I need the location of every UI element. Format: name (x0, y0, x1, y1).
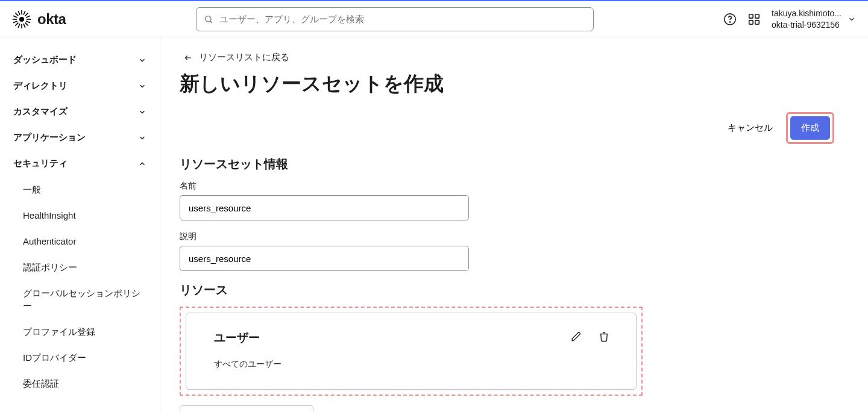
svg-point-20 (730, 22, 731, 22)
resource-card-title: ユーザー (214, 330, 608, 346)
back-link[interactable]: リソースリストに戻る (183, 52, 289, 63)
info-section-title: リソースセット情報 (180, 156, 834, 172)
svg-rect-24 (755, 20, 759, 23)
delete-resource-button[interactable] (599, 331, 609, 342)
svg-rect-2 (21, 24, 22, 28)
desc-label: 説明 (180, 231, 834, 242)
add-resource-button[interactable]: 別のリソースタイプを追加 (180, 405, 313, 412)
svg-rect-1 (21, 10, 22, 14)
pencil-icon (571, 331, 582, 342)
svg-rect-10 (17, 23, 20, 28)
search-input[interactable] (219, 14, 586, 24)
user-org: okta-trial-9632156 (772, 19, 841, 30)
sidebar-sub-profile-enroll[interactable]: プロファイル登録 (6, 319, 154, 345)
desc-input[interactable] (180, 246, 469, 271)
sidebar-sub-auth-policy[interactable]: 認証ポリシー (6, 254, 154, 280)
okta-sunburst-icon (12, 10, 31, 29)
resource-section-title: リソース (180, 282, 834, 298)
svg-rect-16 (23, 23, 25, 28)
svg-rect-22 (755, 14, 759, 17)
cancel-button[interactable]: キャンセル (722, 117, 779, 139)
sidebar-item-label: ダッシュボード (13, 54, 77, 66)
svg-rect-11 (13, 15, 17, 17)
main-content: リソースリストに戻る 新しいリソースセットを作成 キャンセル 作成 リソースセッ… (160, 37, 868, 412)
sidebar-sub-authenticator[interactable]: Authenticator (6, 228, 154, 254)
brand-logo[interactable]: okta (12, 10, 66, 29)
back-link-label: リソースリストに戻る (199, 52, 289, 63)
create-button[interactable]: 作成 (790, 116, 830, 140)
top-header: okta takuya.kishimoto... okta-trial-9632… (0, 1, 868, 37)
sidebar-sub-id-provider[interactable]: IDプロバイダー (6, 345, 154, 370)
svg-line-18 (210, 21, 212, 23)
sidebar-sub-healthinsight[interactable]: HealthInsight (6, 202, 154, 228)
svg-rect-13 (26, 15, 30, 17)
svg-rect-12 (26, 20, 30, 23)
trash-icon (599, 331, 609, 342)
chevron-up-icon (138, 160, 146, 168)
apps-grid-icon[interactable] (747, 13, 761, 26)
name-label: 名前 (180, 181, 834, 192)
name-input[interactable] (180, 195, 469, 220)
chevron-down-icon (138, 82, 146, 90)
edit-resource-button[interactable] (571, 331, 582, 342)
arrow-left-icon (183, 54, 193, 62)
sidebar-item-label: アプリケーション (13, 132, 86, 143)
svg-rect-8 (25, 22, 28, 26)
sidebar-item-label: カスタマイズ (13, 106, 68, 117)
sidebar-sub-general[interactable]: 一般 (6, 176, 154, 202)
sidebar-item-label: ディレクトリ (13, 80, 68, 92)
search-icon (204, 14, 213, 24)
svg-rect-6 (15, 22, 19, 26)
resource-card-highlight: ユーザー すべてのユーザー (180, 307, 643, 396)
chevron-down-icon (138, 108, 146, 116)
brand-name: okta (37, 11, 66, 28)
svg-rect-15 (17, 10, 20, 14)
svg-rect-4 (27, 19, 31, 20)
sidebar-nav: ダッシュボード ディレクトリ カスタマイズ アプリケーション セキュリティ 一般… (0, 37, 160, 412)
sidebar-item-applications[interactable]: アプリケーション (6, 125, 154, 151)
sidebar-item-dashboard[interactable]: ダッシュボード (6, 47, 154, 73)
resource-card-desc: すべてのユーザー (214, 359, 608, 370)
svg-rect-23 (749, 20, 753, 23)
svg-rect-21 (749, 14, 753, 17)
sidebar-sub-delegated-auth[interactable]: 委任認証 (6, 370, 154, 396)
user-menu[interactable]: takuya.kishimoto... okta-trial-9632156 (772, 8, 856, 30)
chevron-down-icon (138, 134, 146, 142)
help-icon[interactable] (723, 13, 737, 26)
sidebar-item-directory[interactable]: ディレクトリ (6, 73, 154, 99)
resource-card: ユーザー すべてのユーザー (186, 313, 637, 390)
search-box[interactable] (196, 7, 594, 31)
sidebar-item-label: セキュリティ (13, 158, 68, 169)
svg-point-0 (19, 17, 24, 22)
svg-rect-9 (23, 10, 25, 14)
svg-rect-14 (13, 20, 17, 23)
chevron-down-icon (138, 56, 146, 64)
page-title: 新しいリソースセットを作成 (180, 70, 834, 98)
sidebar-sub-global-session[interactable]: グローバルセッションポリシー (6, 280, 154, 319)
chevron-down-icon (848, 15, 856, 23)
sidebar-item-security[interactable]: セキュリティ (6, 151, 154, 176)
svg-rect-5 (25, 12, 28, 16)
user-name: takuya.kishimoto... (772, 8, 841, 19)
svg-rect-7 (15, 12, 19, 16)
svg-point-17 (205, 16, 210, 21)
create-button-highlight: 作成 (786, 112, 834, 144)
svg-rect-3 (13, 19, 17, 20)
sidebar-item-customize[interactable]: カスタマイズ (6, 99, 154, 125)
